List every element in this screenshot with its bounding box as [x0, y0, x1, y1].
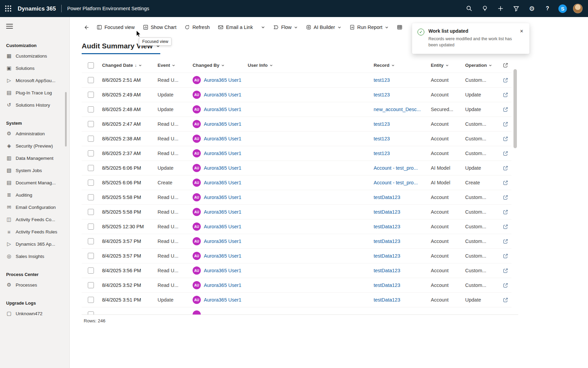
changed-by-link[interactable]: Aurora365 User1: [204, 224, 241, 229]
sidebar-item-document-manag[interactable]: ▤Document Manag...: [6, 177, 69, 189]
column-header-event[interactable]: Event: [158, 58, 193, 73]
search-icon[interactable]: [464, 4, 474, 13]
open-record-icon[interactable]: [503, 239, 508, 244]
export-to-excel-button[interactable]: [393, 21, 406, 33]
row-checkbox[interactable]: [88, 194, 94, 200]
changed-by-link[interactable]: Aurora365 User1: [204, 195, 241, 200]
record-link[interactable]: testData123: [374, 224, 400, 229]
table-row[interactable]: 8/5/2025 6:06 PMUpdateAUAurora365 User1A…: [82, 161, 511, 175]
open-record-icon[interactable]: [503, 283, 508, 288]
record-link[interactable]: testData123: [374, 253, 400, 259]
column-header-changed-by[interactable]: Changed By: [193, 58, 248, 73]
table-row[interactable]: 8/4/2025 3:56 PMRead U...AUAurora365 Use…: [82, 263, 511, 278]
row-checkbox[interactable]: [88, 92, 94, 98]
row-checkbox[interactable]: [88, 77, 94, 83]
sidebar-scrollbar[interactable]: [65, 92, 67, 147]
sidebar-item-unknown472[interactable]: ▢Unknown472: [6, 307, 69, 320]
close-icon[interactable]: ✕: [518, 28, 525, 34]
gear-icon[interactable]: ⚙: [527, 4, 537, 13]
open-record-icon[interactable]: [503, 224, 508, 229]
column-header-user-info[interactable]: User Info: [248, 58, 374, 73]
changed-by-link[interactable]: Aurora365 User1: [204, 297, 241, 303]
column-header-operation[interactable]: Operation: [465, 58, 499, 73]
row-checkbox[interactable]: [88, 282, 94, 288]
changed-by-link[interactable]: Aurora365 User1: [204, 239, 241, 244]
open-record-icon[interactable]: [503, 136, 508, 141]
sidebar-item-security-preview[interactable]: ◈Security (Preview): [6, 140, 69, 152]
changed-by-link[interactable]: Aurora365 User1: [204, 77, 241, 83]
table-row[interactable]: 8/5/2025 12:30 PMRead U...AUAurora365 Us…: [82, 219, 511, 234]
record-link[interactable]: Account - test_pro...: [374, 165, 418, 171]
grid-scrollbar[interactable]: [513, 60, 517, 312]
table-row[interactable]: 8/6/2025 2:48 AMUpdateAUAurora365 User1n…: [82, 102, 511, 117]
changed-by-link[interactable]: Aurora365 User1: [204, 136, 241, 141]
sidebar-item-solutions[interactable]: ▣Solutions: [6, 62, 69, 74]
row-checkbox[interactable]: [88, 311, 94, 315]
changed-by-link[interactable]: Aurora365 User1: [204, 253, 241, 259]
changed-by-link[interactable]: Aurora365 User1: [204, 107, 241, 112]
grid-scrollbar-thumb[interactable]: [513, 69, 517, 148]
record-link[interactable]: test123: [374, 77, 390, 83]
user-avatar[interactable]: [573, 4, 583, 13]
open-record-icon[interactable]: [503, 297, 508, 303]
open-record-icon[interactable]: [503, 107, 508, 112]
table-row[interactable]: 8/6/2025 2:47 AMRead U...AUAurora365 Use…: [82, 117, 511, 132]
row-checkbox[interactable]: [88, 253, 94, 259]
row-checkbox[interactable]: [88, 106, 94, 112]
table-row[interactable]: 8/6/2025 2:51 AMRead U...AUAurora365 Use…: [82, 73, 511, 88]
changed-by-link[interactable]: Aurora365 User1: [204, 180, 241, 185]
table-row[interactable]: 8/4/2025 3:51 PMUpdateAUAurora365 User1t…: [82, 293, 511, 307]
table-row[interactable]: 8/5/2025 5:58 PMRead U...AUAurora365 Use…: [82, 190, 511, 205]
hamburger-menu-icon[interactable]: [6, 24, 13, 29]
sidebar-item-email-configuration[interactable]: ✉Email Configuration: [6, 201, 69, 213]
sidebar-item-customizations[interactable]: ▦Customizations: [6, 50, 69, 62]
sidebar-item-activity-feeds-co[interactable]: ◫Activity Feeds Co...: [6, 213, 69, 226]
sidebar-item-data-management[interactable]: ▥Data Management: [6, 152, 69, 164]
record-link[interactable]: testData123: [374, 209, 400, 215]
sidebar-item-system-jobs[interactable]: ▧System Jobs: [6, 164, 69, 177]
sidebar-item-processes[interactable]: ⚙Processes: [6, 279, 69, 291]
table-row[interactable]: 8/6/2025 2:37 AMRead U...AUAurora365 Use…: [82, 146, 511, 161]
record-link[interactable]: testData123: [374, 297, 400, 303]
waffle-menu-icon[interactable]: [0, 0, 16, 17]
column-header-changed-date[interactable]: Changed Date ↓: [102, 58, 158, 73]
changed-by-link[interactable]: Aurora365 User1: [204, 268, 241, 273]
record-link[interactable]: test123: [374, 136, 390, 141]
table-row[interactable]: 8/4/2025 3:57 PMRead U...AUAurora365 Use…: [82, 234, 511, 249]
add-icon[interactable]: [496, 4, 505, 13]
table-row[interactable]: 8/4/2025 3:57 PMRead U...AUAurora365 Use…: [82, 249, 511, 263]
column-header-record[interactable]: Record: [374, 58, 431, 73]
focused-view-button[interactable]: Focused view: [93, 21, 138, 33]
open-record-icon[interactable]: [503, 195, 508, 200]
row-checkbox[interactable]: [88, 209, 94, 215]
changed-by-link[interactable]: Aurora365 User1: [204, 165, 241, 171]
changed-by-link[interactable]: Aurora365 User1: [204, 151, 241, 156]
email-a-link-button[interactable]: Email a Link: [214, 21, 257, 33]
skype-icon[interactable]: S: [558, 4, 567, 13]
lightbulb-icon[interactable]: [480, 4, 490, 13]
row-checkbox[interactable]: [88, 267, 94, 274]
sidebar-item-auditing[interactable]: ≣Auditing: [6, 189, 69, 201]
table-row[interactable]: 8/5/2025 5:58 PMRead U...AUAurora365 Use…: [82, 205, 511, 219]
ai-builder-button[interactable]: AI Builder: [302, 21, 345, 33]
row-checkbox[interactable]: [88, 297, 94, 303]
changed-by-link[interactable]: Aurora365 User1: [204, 209, 241, 215]
table-row[interactable]: [82, 307, 511, 315]
row-checkbox[interactable]: [88, 238, 94, 244]
sidebar-item-plug-in-trace-log[interactable]: ▤Plug-In Trace Log: [6, 87, 69, 99]
sidebar-item-sales-insights[interactable]: ◎Sales Insights: [6, 250, 69, 262]
row-checkbox[interactable]: [88, 165, 94, 171]
sidebar-item-activity-feeds-rules[interactable]: ≡Activity Feeds Rules: [6, 226, 69, 238]
flow-button[interactable]: Flow: [270, 21, 301, 33]
open-record-icon[interactable]: [503, 92, 508, 97]
record-link[interactable]: new_account_Desc...: [374, 107, 421, 112]
filter-icon[interactable]: [511, 4, 521, 13]
changed-by-link[interactable]: Aurora365 User1: [204, 282, 241, 288]
open-record-icon[interactable]: [503, 122, 508, 127]
sidebar-item-dynamics-365-ap[interactable]: ▷Dynamics 365 Ap...: [6, 238, 69, 250]
table-row[interactable]: 8/4/2025 3:52 PMRead U...AUAurora365 Use…: [82, 278, 511, 293]
record-link[interactable]: test123: [374, 151, 390, 156]
record-link[interactable]: Account - test_pro...: [374, 180, 418, 185]
back-button[interactable]: [80, 21, 92, 33]
record-link[interactable]: testData123: [374, 282, 400, 288]
